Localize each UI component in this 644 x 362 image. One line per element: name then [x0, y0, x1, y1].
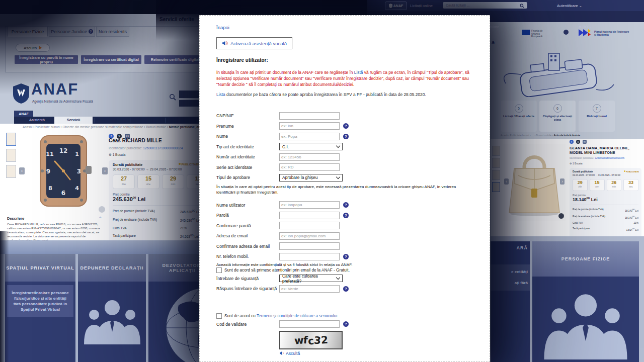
auction-header-bar: ANAF Licitații online Caută licitații ..…: [350, 0, 644, 11]
auction-search-input[interactable]: Caută licitații ...: [443, 2, 527, 9]
captcha-image: wfc32: [279, 331, 343, 349]
help-icon[interactable]: ?: [343, 213, 349, 218]
thumbnail[interactable]: [492, 170, 500, 180]
tab-persoane-fizice[interactable]: Persoane Fizice: [8, 26, 48, 37]
price-row: Preț de evaluare (include TVA)18.14000 L…: [573, 214, 638, 221]
login-menu[interactable]: Autentificare ⌄: [557, 4, 582, 8]
thumbnail[interactable]: [492, 182, 500, 192]
publicity-badge: PUBLICITATE: [624, 170, 639, 173]
eu-funding-label: Finanțat de Uniunea Europeană: [531, 30, 551, 38]
image-zoom-icon[interactable]: [99, 206, 105, 213]
tab-non-residents[interactable]: Non-residents: [96, 26, 129, 37]
lista-link[interactable]: Lista: [216, 92, 225, 97]
aprobare-note: În situația în care ați optat pentru ace…: [216, 184, 475, 195]
svg-text:8: 8: [48, 185, 52, 192]
anaf-mini-tab[interactable]: ANAF: [14, 111, 33, 117]
validation-code-input[interactable]: [279, 320, 340, 328]
thumbnail[interactable]: [6, 133, 16, 146]
chevron-down-icon: [336, 144, 340, 148]
lista-link[interactable]: Listă: [354, 70, 363, 75]
facebook-icon[interactable]: f: [570, 140, 574, 144]
listing-id-value[interactable]: 1260001137100000000024: [143, 146, 183, 150]
svg-text:12: 12: [59, 147, 68, 154]
anaf-brand-badge[interactable]: ANAF: [385, 2, 407, 10]
register-password-button[interactable]: Înregistrare cu parolă în nume propriu: [15, 55, 78, 64]
phone-input[interactable]: [279, 253, 340, 260]
confirm-email-input[interactable]: [279, 242, 340, 250]
help-icon[interactable]: ?: [343, 202, 349, 208]
tip-act-select[interactable]: C.I.: [279, 143, 343, 150]
thumbnail[interactable]: [6, 149, 16, 162]
price-start-value: 18.14000 Lei: [573, 197, 638, 202]
back-link[interactable]: Înapoi: [216, 25, 229, 30]
countdown-cell: 29zile: [573, 179, 588, 191]
voice-assist-button[interactable]: Activează asistență vocală: [216, 37, 292, 49]
form-row-raspuns: Răspuns întrebare de siguranță ?: [216, 284, 475, 294]
nav-item-servicii[interactable]: Servicii: [54, 117, 93, 124]
listing-title: Ceas RICHARD MILLE: [109, 138, 162, 143]
listing-title: GEANTA DAMA, MARCA CELINE, MODEL MINI LI…: [570, 146, 642, 155]
image-next-arrow[interactable]: ›: [560, 178, 565, 185]
username-input[interactable]: [279, 201, 340, 209]
tile-spatiul-privat-virtual[interactable]: SPAȚIUL PRIVAT VIRTUAL Înregistrare/Înro…: [5, 254, 75, 362]
register-certificate-button[interactable]: Înregistrare cu certificat digital: [81, 55, 141, 64]
help-icon[interactable]: ?: [343, 123, 349, 129]
tip-aprobare-select[interactable]: Aprobare la ghișeu: [279, 174, 343, 182]
step-castigati: 6 Câștigați și efectuați plata: [539, 101, 576, 132]
thumbnail[interactable]: [492, 158, 500, 168]
svg-text:1: 1: [75, 151, 79, 157]
countdown-cell: 15ore: [137, 174, 159, 189]
tab-persoane-juridice[interactable]: Persoane Juridice ?: [49, 26, 95, 37]
email-input[interactable]: [279, 232, 340, 240]
image-zoom-icon[interactable]: [558, 213, 564, 219]
help-icon[interactable]: ?: [343, 286, 349, 292]
speaker-icon: [222, 40, 228, 46]
speaker-icon: [279, 350, 285, 356]
confirm-password-input[interactable]: [279, 222, 340, 229]
captcha-listen-link[interactable]: Ascultă: [279, 350, 475, 356]
thumbnail[interactable]: [492, 146, 500, 156]
help-icon[interactable]: ?: [343, 134, 349, 139]
prenume-input[interactable]: [279, 122, 340, 130]
x-share-icon[interactable]: x: [576, 140, 580, 144]
renew-certificates-button[interactable]: Reînnoire certificate digitale: [144, 55, 208, 64]
security-question-select[interactable]: Care este culoarea preferată?: [279, 275, 343, 282]
security-answer-input[interactable]: [279, 285, 340, 293]
cnp-input[interactable]: [279, 112, 340, 120]
help-icon[interactable]: ?: [343, 254, 349, 259]
form-row-conf-parola: Confirmare parolă: [216, 221, 475, 231]
breadcrumb[interactable]: Acasă › Publicitate bunuri › … › Bunuri …: [501, 134, 580, 137]
agree-email-checkbox[interactable]: [216, 267, 222, 273]
nav-item-asistenta[interactable]: Asistență: [25, 117, 49, 124]
agree-email-row: Sunt de acord să primesc atenționări pri…: [216, 267, 475, 274]
search-icon[interactable]: [169, 94, 176, 101]
help-icon[interactable]: ?: [343, 321, 349, 327]
form-row-serie-act: Serie act identitate: [216, 162, 475, 173]
chevron-up-icon[interactable]: ⌃: [99, 216, 102, 221]
form-row-nume: Nume ?: [216, 131, 475, 142]
email-share-icon[interactable]: ✉: [583, 140, 587, 144]
tile-depunere-declaratii[interactable]: DEPUNERE DECLARAȚII: [78, 254, 146, 362]
terms-checkbox[interactable]: [216, 313, 222, 319]
chevron-down-icon: [336, 175, 340, 179]
svg-text:6: 6: [61, 190, 65, 197]
language-selector[interactable]: ⊕ RO ⌄: [579, 25, 592, 29]
thumbnail[interactable]: [6, 165, 16, 178]
price-row: Cotă TVA21%: [573, 220, 638, 226]
serie-act-input[interactable]: [279, 163, 340, 171]
password-input[interactable]: [279, 212, 340, 219]
image-prev-arrow[interactable]: ‹: [504, 178, 509, 185]
terms-link[interactable]: Termenii și condițiile de utilizare a se…: [257, 314, 338, 318]
form-row-numar-act: Număr act identitate: [216, 152, 475, 162]
confidential-note: Această informație este confidențială și…: [216, 262, 475, 267]
nume-input[interactable]: [279, 133, 340, 140]
tile-persoane-fizice[interactable]: PERSOANE FIZICE: [532, 241, 639, 362]
modal-title: Înregistrare utilizator:: [216, 57, 475, 63]
image-next-arrow[interactable]: ›: [102, 167, 108, 174]
numar-act-input[interactable]: [279, 153, 340, 161]
search-icon[interactable]: [520, 4, 524, 8]
terms-row: Sunt de acord cu Termenii și condițiile …: [216, 313, 475, 319]
listen-button[interactable]: Ascultă: [16, 44, 50, 52]
image-prev-arrow[interactable]: ‹: [19, 167, 25, 174]
listing-id-value[interactable]: 1260000828000000000346: [595, 157, 624, 159]
